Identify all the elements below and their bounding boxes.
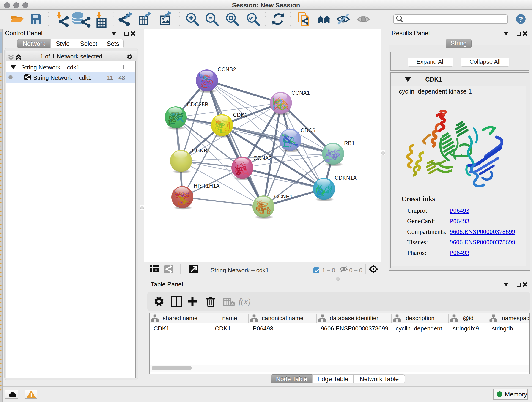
svg-text:CCNB2: CCNB2: [218, 66, 236, 72]
svg-text:CDC25B: CDC25B: [187, 102, 209, 108]
svg-text:CDC6: CDC6: [301, 128, 316, 133]
svg-text:f(x): f(x): [239, 297, 251, 306]
svg-text:description: description: [406, 315, 435, 322]
svg-text:CCNA1: CCNA1: [291, 90, 310, 96]
svg-text:0 – 0: 0 – 0: [349, 267, 362, 274]
svg-text:@id: @id: [463, 315, 474, 322]
svg-text:RB1: RB1: [344, 140, 355, 146]
svg-text:HIST1H1A: HIST1H1A: [194, 183, 220, 189]
svg-text:CCNB1: CCNB1: [192, 148, 210, 153]
svg-text:CCNA2: CCNA2: [253, 155, 272, 161]
svg-text:canonical name: canonical name: [262, 315, 303, 322]
svg-text:CDK1: CDK1: [233, 112, 247, 118]
svg-text:namespac: namespac: [502, 315, 529, 322]
svg-text:name: name: [222, 315, 237, 322]
svg-text:shared name: shared name: [163, 315, 197, 322]
svg-text:database identifier: database identifier: [330, 315, 379, 322]
svg-text:CDKN1A: CDKN1A: [335, 175, 357, 181]
svg-text:CCNE1: CCNE1: [274, 194, 293, 200]
svg-text:1 – 0: 1 – 0: [322, 267, 335, 274]
svg-text:String Network – cdk1: String Network – cdk1: [210, 267, 269, 274]
